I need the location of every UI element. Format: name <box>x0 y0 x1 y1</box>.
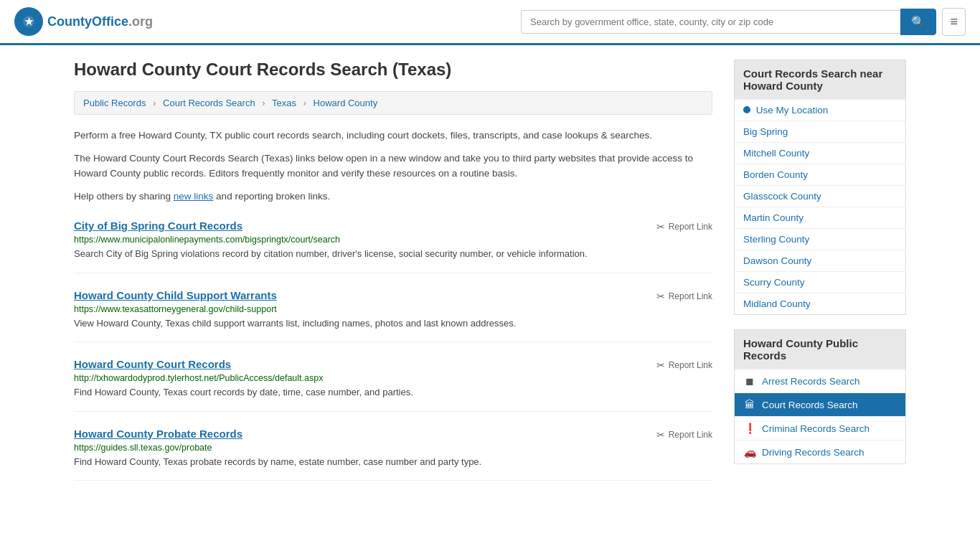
svg-text:★: ★ <box>24 16 34 27</box>
record-description: View Howard County, Texas child support … <box>74 316 712 331</box>
description-para3: Help others by sharing new links and rep… <box>74 189 712 204</box>
public-records-list-item: 🏛 Court Records Search <box>735 392 905 416</box>
public-records-link-label: Driving Records Search <box>762 447 864 458</box>
location-dot-icon <box>743 106 750 113</box>
header: ★ CountyOffice.org 🔍 ≡ <box>0 0 980 45</box>
use-my-location-item: Use My Location <box>735 99 905 121</box>
report-link[interactable]: ✂ Report Link <box>656 221 712 232</box>
public-records-link[interactable]: 🚗 Driving Records Search <box>735 441 905 463</box>
nearby-big-spring: Big Spring <box>735 121 905 142</box>
record-description: Find Howard County, Texas court records … <box>74 385 712 400</box>
record-item: Howard County Court Records ✂ Report Lin… <box>74 358 712 412</box>
records-container: City of Big Spring Court Records ✂ Repor… <box>74 220 712 481</box>
public-records-list-item: ❗ Criminal Records Search <box>735 416 905 440</box>
search-input[interactable] <box>521 10 900 34</box>
public-records-list: ◼ Arrest Records Search 🏛 Court Records … <box>735 369 905 463</box>
public-records-list-item: 🚗 Driving Records Search <box>735 440 905 463</box>
nearby-martin-county: Martin County <box>735 207 905 228</box>
record-item-header: City of Big Spring Court Records ✂ Repor… <box>74 220 712 232</box>
logo-icon: ★ <box>14 7 43 36</box>
report-link[interactable]: ✂ Report Link <box>656 359 712 371</box>
nearby-list: Use My Location Big Spring Mitchell Coun… <box>735 99 905 314</box>
nearby-section: Court Records Search near Howard County … <box>734 60 906 315</box>
breadcrumb-howard-county[interactable]: Howard County <box>314 98 378 108</box>
public-records-link[interactable]: 🏛 Court Records Search <box>735 393 905 416</box>
use-my-location-link[interactable]: Use My Location <box>735 100 905 121</box>
nearby-scurry-county: Scurry County <box>735 271 905 293</box>
nearby-section-header: Court Records Search near Howard County <box>735 60 905 99</box>
scissors-icon: ✂ <box>656 291 665 302</box>
nearby-glasscock-county: Glasscock County <box>735 185 905 207</box>
public-records-link[interactable]: ❗ Criminal Records Search <box>735 417 905 440</box>
content-area: Howard County Court Records Search (Texa… <box>74 60 712 481</box>
public-records-section-header: Howard County Public Records <box>735 330 905 369</box>
breadcrumb-public-records[interactable]: Public Records <box>83 98 146 108</box>
nearby-midland-county: Midland County <box>735 293 905 314</box>
record-url: https://www.municipalonlinepayments.com/… <box>74 235 712 245</box>
record-item: Howard County Child Support Warrants ✂ R… <box>74 289 712 343</box>
record-item-header: Howard County Court Records ✂ Report Lin… <box>74 358 712 371</box>
public-records-link-label: Court Records Search <box>762 400 858 410</box>
report-link[interactable]: ✂ Report Link <box>656 291 712 302</box>
report-link-label: Report Link <box>669 430 712 440</box>
description-para2: The Howard County Court Records Search (… <box>74 151 712 182</box>
report-link-label: Report Link <box>669 222 712 232</box>
search-button[interactable]: 🔍 <box>900 9 936 35</box>
record-title-link[interactable]: Howard County Probate Records <box>74 428 242 440</box>
report-link-label: Report Link <box>669 291 712 301</box>
record-title-link[interactable]: Howard County Court Records <box>74 358 231 370</box>
description-para1: Perform a free Howard County, TX public … <box>74 128 712 143</box>
record-description: Find Howard County, Texas probate record… <box>74 455 712 469</box>
record-title-link[interactable]: Howard County Child Support Warrants <box>74 289 277 301</box>
public-records-link-label: Criminal Records Search <box>762 423 870 434</box>
report-link-label: Report Link <box>669 360 712 370</box>
record-url: http://txhowardodyprod.tylerhost.net/Pub… <box>74 373 712 383</box>
record-item: City of Big Spring Court Records ✂ Repor… <box>74 220 712 273</box>
record-url: https://www.texasattorneygeneral.gov/chi… <box>74 304 712 314</box>
breadcrumb-texas[interactable]: Texas <box>272 98 296 108</box>
new-links-link[interactable]: new links <box>174 191 214 202</box>
report-link[interactable]: ✂ Report Link <box>656 429 712 441</box>
record-item-header: Howard County Child Support Warrants ✂ R… <box>74 289 712 302</box>
record-item: Howard County Probate Records ✂ Report L… <box>74 428 712 481</box>
driving-icon: 🚗 <box>743 446 756 458</box>
public-records-section: Howard County Public Records ◼ Arrest Re… <box>734 329 906 464</box>
record-title-link[interactable]: City of Big Spring Court Records <box>74 220 242 232</box>
main-container: Howard County Court Records Search (Texa… <box>60 45 920 495</box>
nearby-dawson-county: Dawson County <box>735 250 905 271</box>
scissors-icon: ✂ <box>656 221 665 232</box>
breadcrumb-court-records-search[interactable]: Court Records Search <box>163 98 255 108</box>
page-title: Howard County Court Records Search (Texa… <box>74 60 712 80</box>
sidebar: Court Records Search near Howard County … <box>734 60 906 481</box>
scissors-icon: ✂ <box>656 429 665 441</box>
arrest-icon: ◼ <box>743 375 756 387</box>
search-area: 🔍 ≡ <box>521 8 966 36</box>
record-url: https://guides.sll.texas.gov/probate <box>74 443 712 453</box>
logo-link[interactable]: ★ CountyOffice.org <box>14 7 153 36</box>
public-records-link-label: Arrest Records Search <box>762 376 860 387</box>
scissors-icon: ✂ <box>656 359 665 371</box>
public-records-list-item: ◼ Arrest Records Search <box>735 369 905 392</box>
nearby-mitchell-county: Mitchell County <box>735 142 905 164</box>
criminal-icon: ❗ <box>743 423 756 434</box>
logo-text: CountyOffice.org <box>47 14 153 29</box>
public-records-link[interactable]: ◼ Arrest Records Search <box>735 369 905 392</box>
record-item-header: Howard County Probate Records ✂ Report L… <box>74 428 712 441</box>
nearby-sterling-county: Sterling County <box>735 228 905 250</box>
breadcrumb: Public Records › Court Records Search › … <box>74 91 712 115</box>
court-icon: 🏛 <box>743 399 756 410</box>
menu-button[interactable]: ≡ <box>942 8 966 36</box>
nearby-borden-county: Borden County <box>735 164 905 185</box>
record-description: Search City of Big Spring violations rec… <box>74 247 712 261</box>
